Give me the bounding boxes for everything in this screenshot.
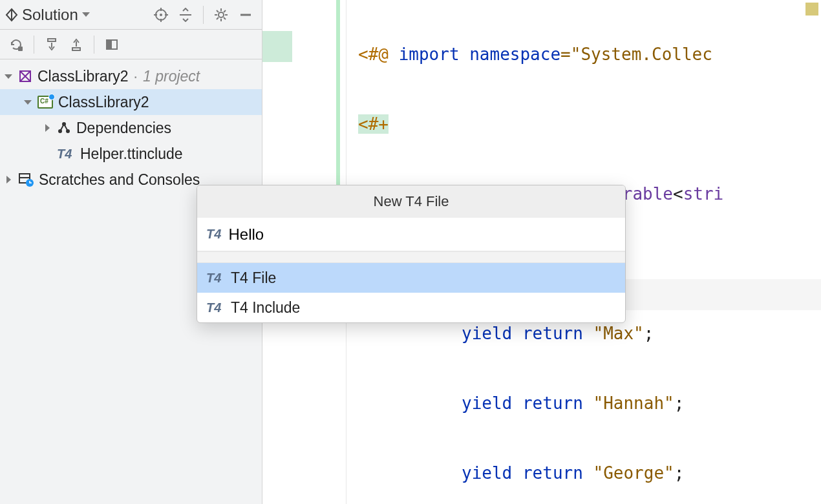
tree-meta: 1 project — [143, 68, 200, 85]
tree-label: Helper.ttinclude — [80, 145, 183, 163]
csharp-project-icon — [37, 96, 53, 109]
svg-line-29 — [60, 124, 64, 131]
tree-label: Scratches and Consoles — [39, 171, 200, 189]
tree-row-solution[interactable]: ClassLibrary2 · 1 project — [0, 63, 262, 89]
solution-subtoolbar — [0, 30, 262, 59]
expand-down-icon[interactable] — [41, 34, 63, 56]
popup-title: New T4 File — [197, 185, 625, 218]
popup-filename-row[interactable]: T4 — [197, 218, 625, 251]
svg-point-8 — [219, 12, 224, 17]
tree-row-dependencies[interactable]: Dependencies — [0, 115, 262, 141]
code-line: yield return "Hannah"; — [358, 388, 821, 419]
svg-line-14 — [224, 17, 226, 19]
code-line: <#@ import namespace ="System.Collec — [358, 39, 821, 70]
toolbar-separator — [203, 6, 204, 24]
editor-selection-bg — [612, 279, 821, 310]
svg-rect-18 — [18, 47, 23, 51]
popup-item-label: T4 Include — [231, 299, 300, 317]
gutter-active-block — [262, 31, 292, 62]
target-icon[interactable] — [150, 4, 172, 26]
popup-item-label: T4 File — [231, 269, 276, 287]
popup-separator — [197, 251, 625, 263]
solution-icon — [5, 8, 18, 22]
expand-up-icon[interactable] — [65, 34, 87, 56]
popup-item-t4-file[interactable]: T4 T4 File — [197, 263, 625, 293]
chevron-right-icon — [45, 124, 50, 132]
analysis-marker-icon[interactable] — [805, 3, 818, 16]
code-line: yield return "George"; — [358, 457, 821, 488]
code-line: <#+ — [358, 109, 821, 140]
popup-item-t4-include[interactable]: T4 T4 Include — [197, 293, 625, 322]
svg-line-15 — [217, 17, 219, 19]
t4-file-icon: T4 — [206, 300, 224, 315]
collapse-all-icon[interactable] — [175, 4, 197, 26]
tree-row-project[interactable]: ClassLibrary2 — [0, 89, 262, 115]
t4-file-icon: T4 — [206, 227, 223, 242]
tree-label: Dependencies — [76, 120, 171, 137]
solution-node-icon — [18, 69, 32, 83]
t4-file-icon: T4 — [57, 147, 75, 162]
dependencies-icon — [57, 121, 71, 135]
sync-icon[interactable] — [5, 34, 27, 56]
toolbar-separator — [34, 36, 34, 54]
popup-filename-input[interactable] — [228, 226, 616, 244]
gear-icon[interactable] — [210, 4, 232, 26]
scratches-icon — [18, 173, 34, 187]
panel-title: Solution — [22, 6, 78, 24]
solution-tree[interactable]: ClassLibrary2 · 1 project ClassLibrary2 … — [0, 59, 262, 196]
t4-file-icon: T4 — [206, 271, 224, 286]
tree-row-helper[interactable]: T4 Helper.ttinclude — [0, 141, 262, 167]
svg-rect-21 — [72, 48, 80, 50]
tree-label: ClassLibrary2 — [58, 94, 149, 111]
tree-sep: · — [134, 68, 138, 85]
chevron-right-icon — [6, 176, 11, 184]
new-file-popup: New T4 File T4 T4 T4 File T4 T4 Include — [197, 185, 626, 323]
svg-line-30 — [64, 124, 68, 131]
svg-point-2 — [160, 14, 162, 16]
preview-icon[interactable] — [101, 34, 123, 56]
minimize-icon[interactable] — [235, 4, 257, 26]
panel-title-area[interactable]: Solution — [5, 6, 90, 24]
svg-line-16 — [224, 10, 226, 12]
svg-line-13 — [217, 10, 219, 12]
chevron-down-icon — [82, 12, 90, 17]
svg-rect-19 — [48, 39, 56, 41]
chevron-down-icon — [5, 74, 12, 79]
chevron-down-icon — [24, 100, 32, 105]
svg-rect-24 — [107, 40, 112, 49]
solution-toolbar: Solution — [0, 0, 262, 30]
toolbar-separator — [94, 36, 94, 54]
tree-label: ClassLibrary2 — [37, 68, 129, 85]
